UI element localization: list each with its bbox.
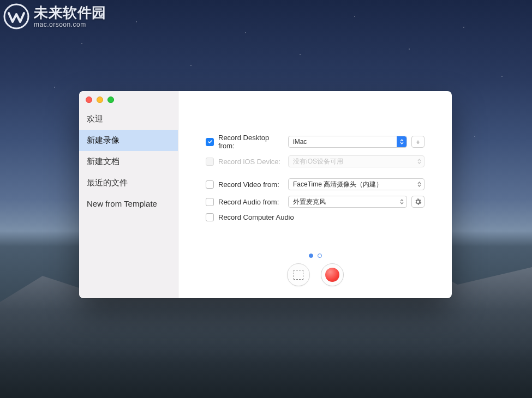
page-dot-1[interactable] [309,254,313,258]
select-video-source[interactable]: FaceTime 高清摄像头（内建） [288,178,425,190]
checkbox-record-computer-audio[interactable] [206,213,214,221]
label-record-video: Record Video from: [218,180,284,189]
label-record-desktop: Record Desktop from: [218,134,284,150]
crop-icon [294,270,303,280]
plus-icon: + [416,138,420,146]
page-dot-2[interactable] [318,254,322,258]
select-arrows-icon [397,196,407,207]
sidebar-item-new-recording[interactable]: 新建录像 [79,130,178,151]
minimize-button[interactable] [97,97,103,103]
select-region-button[interactable] [287,263,310,286]
app-window: 欢迎 新建录像 新建文档 最近的文件 New from Template Rec… [79,91,452,298]
checkbox-record-desktop[interactable] [206,138,214,146]
action-buttons [206,263,425,286]
sidebar: 欢迎 新建录像 新建文档 最近的文件 New from Template [79,91,178,298]
checkbox-record-audio[interactable] [206,198,214,206]
gear-icon [414,198,422,206]
checkbox-record-video[interactable] [206,180,214,189]
main-panel: Record Desktop from: iMac + Record iOS D… [178,91,452,298]
record-icon [325,268,339,282]
sidebar-item-new-from-template[interactable]: New from Template [79,194,178,214]
select-arrows-icon [414,179,424,190]
select-desktop-value: iMac [293,138,307,146]
select-arrows-icon [414,156,424,167]
select-ios-device: 没有iOS设备可用 [288,155,425,167]
sidebar-item-recent-files[interactable]: 最近的文件 [79,172,178,194]
row-record-desktop: Record Desktop from: iMac + [206,134,425,150]
watermark: 未来软件园 mac.orsoon.com [3,3,106,29]
checkbox-record-ios [206,158,214,166]
audio-settings-button[interactable] [411,196,425,208]
add-desktop-button[interactable]: + [411,136,425,148]
row-record-audio: Record Audio from: 外置麦克风 [206,196,425,208]
close-button[interactable] [86,97,92,103]
label-record-audio: Record Audio from: [218,198,284,206]
watermark-subtitle: mac.orsoon.com [34,21,106,28]
row-record-computer-audio: Record Computer Audio [206,213,425,221]
watermark-title: 未来软件园 [34,5,106,20]
check-icon [207,139,213,144]
row-record-video: Record Video from: FaceTime 高清摄像头（内建） [206,178,425,190]
label-record-ios: Record iOS Device: [218,158,284,166]
select-desktop-source[interactable]: iMac [288,136,407,148]
record-button[interactable] [321,263,344,286]
select-arrows-icon [397,136,407,147]
label-record-computer-audio: Record Computer Audio [218,213,294,221]
window-controls [79,91,178,108]
page-indicator [206,254,425,258]
watermark-logo-icon [3,3,29,29]
zoom-button[interactable] [107,97,114,103]
select-ios-value: 没有iOS设备可用 [293,157,343,166]
sidebar-item-new-document[interactable]: 新建文档 [79,151,178,172]
select-audio-value: 外置麦克风 [293,197,326,207]
select-audio-source[interactable]: 外置麦克风 [288,196,407,208]
row-record-ios: Record iOS Device: 没有iOS设备可用 [206,155,425,167]
select-video-value: FaceTime 高清摄像头（内建） [293,180,382,189]
sidebar-item-welcome[interactable]: 欢迎 [79,108,178,130]
